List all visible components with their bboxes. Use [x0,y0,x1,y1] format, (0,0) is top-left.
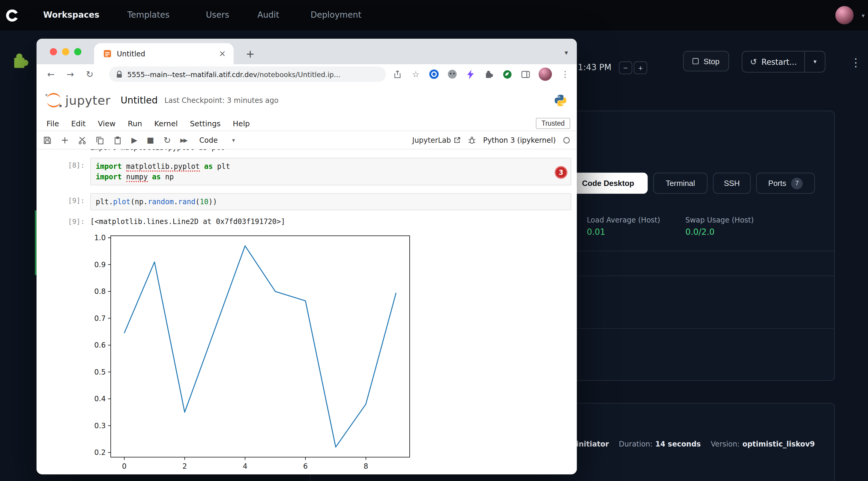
copy-cells-icon[interactable] [96,136,104,144]
svg-text:0.5: 0.5 [94,368,105,376]
save-icon[interactable] [43,136,52,144]
svg-text:0.8: 0.8 [94,287,105,296]
menu-help[interactable]: Help [233,119,250,128]
zoom-in-button[interactable]: + [634,62,647,74]
onepassword-extension-icon[interactable] [429,69,439,79]
url-domain: 5555--main--test--matifali.atif.cdr.dev [127,70,257,78]
trusted-button[interactable]: Trusted [536,118,570,129]
close-window-button[interactable] [50,48,57,56]
jupyter-logo-icon [44,92,63,108]
puzzle-extension-icon[interactable] [11,52,30,70]
extension-icon-green[interactable] [502,69,512,79]
restart-options-caret[interactable]: ▾ [804,52,825,72]
restart-split-button: ↺ Restart... ▾ [742,51,826,72]
cell-input[interactable]: import matplotlib.pyplot as pltimport nu… [90,158,571,185]
nav-templates[interactable]: Templates [127,10,170,20]
run-cell-icon[interactable]: ▶ [131,135,137,145]
ssh-button[interactable]: SSH [713,173,751,194]
jupyter-menubar: File Edit View Run Kernel Settings Help … [37,116,577,131]
stop-button[interactable]: Stop [683,51,729,71]
reload-icon[interactable]: ↻ [84,69,95,79]
lightning-extension-icon[interactable] [465,69,475,79]
interrupt-kernel-icon[interactable]: ■ [147,135,154,145]
svg-text:0.3: 0.3 [94,422,105,430]
menu-view[interactable]: View [98,119,116,128]
tab-search-chevron-icon[interactable]: ▾ [565,49,568,56]
svg-text:6: 6 [303,462,308,471]
output-text: [<matplotlib.lines.Line2D at 0x7fd03f191… [90,216,285,226]
menu-kernel[interactable]: Kernel [154,119,178,128]
svg-text:1.0: 1.0 [94,234,105,242]
external-link-icon [454,137,460,143]
browser-tab[interactable]: Untitled × [94,43,234,64]
ports-button[interactable]: Ports 7 [756,173,815,194]
code-cell-8: [8]: import matplotlib.pyplot as pltimpo… [37,158,577,185]
build-version: Version:optimistic_liskov9 [711,440,815,448]
menu-edit[interactable]: Edit [71,119,86,128]
back-icon[interactable]: ← [45,69,56,79]
cut-cells-icon[interactable] [78,136,87,144]
cell-output-row: [9]: [<matplotlib.lines.Line2D at 0x7fd0… [37,216,577,226]
svg-text:0.9: 0.9 [94,261,105,269]
url-path: /notebooks/Untitled.ip... [257,70,340,78]
chevron-down-icon[interactable]: ▾ [862,12,865,20]
line-chart: 0.20.30.40.50.60.70.80.91.002468 [83,230,421,474]
jupyter-wordmark: jupyter [65,93,111,107]
forward-icon[interactable]: → [65,69,76,79]
browser-profile-avatar[interactable] [539,67,552,81]
cell-input[interactable]: plt.plot(np.random.rand(10)) [90,193,571,210]
nav-deployment[interactable]: Deployment [310,10,361,20]
nav-audit[interactable]: Audit [257,10,279,20]
python-logo-icon [554,94,567,106]
coder-top-nav: Workspaces Templates Users Audit Deploym… [0,0,868,31]
notebook-title[interactable]: Untitled [121,95,158,106]
coder-logo-icon[interactable] [4,8,20,23]
kernel-name[interactable]: Python 3 (ipykernel) [483,136,556,144]
add-cell-icon[interactable]: + [61,134,69,146]
user-avatar[interactable] [835,6,854,24]
checkpoint-status: Last Checkpoint: 3 minutes ago [164,96,279,104]
matplotlib-figure: 0.20.30.40.50.60.70.80.91.002468 [83,230,577,474]
build-meta-row: Reason:initiator Duration:14 seconds Ver… [545,440,815,448]
extensions-puzzle-icon[interactable] [484,69,494,79]
zoom-out-button[interactable]: − [619,62,632,74]
menu-file[interactable]: File [46,119,59,128]
build-duration: Duration:14 seconds [619,440,701,448]
browser-menu-kebab-icon[interactable]: ⋮ [560,69,570,79]
jupyter-toolbar: + ▶ ■ ↻ ▶▶ Code ▾ JupyterLab [37,131,577,149]
url-bar[interactable]: 5555--main--test--matifali.atif.cdr.dev … [109,66,386,82]
run-all-cells-icon[interactable]: ▶▶ [180,137,187,143]
clipped-cell-fragment: import matplotlib.pyplot as plt [90,149,577,154]
debugger-bug-icon[interactable] [468,136,476,144]
bookmark-star-icon[interactable]: ☆ [411,69,421,79]
extension-icon-gray[interactable] [447,69,457,79]
terminal-button[interactable]: Terminal [653,173,708,194]
notification-badge[interactable]: 3 [555,166,567,179]
cell-type-select[interactable]: Code ▾ [199,136,235,144]
restart-kernel-icon[interactable]: ↻ [163,135,171,145]
browser-action-icons: ☆ ⋮ [393,67,570,81]
svg-text:0.4: 0.4 [94,395,105,403]
browser-titlebar: Untitled × + ▾ [37,39,577,64]
browser-toolbar: ← → ↻ 5555--main--test--matifali.atif.cd… [37,64,577,84]
restart-button[interactable]: ↺ Restart... [742,52,804,72]
tab-close-icon[interactable]: × [217,49,228,59]
paste-cells-icon[interactable] [114,136,122,144]
svg-text:0.2: 0.2 [94,448,105,457]
minimize-window-button[interactable] [62,48,69,56]
window-controls [50,48,81,56]
sidebar-toggle-icon[interactable] [520,69,530,79]
share-icon[interactable] [393,69,403,79]
cell-prompt: [8]: [37,158,90,185]
nav-users[interactable]: Users [206,10,229,20]
nav-workspaces[interactable]: Workspaces [43,10,99,20]
new-tab-button[interactable]: + [242,46,258,61]
tab-title: Untitled [117,50,217,58]
svg-text:0.6: 0.6 [94,341,105,349]
menu-run[interactable]: Run [128,119,142,128]
jupyterlab-link[interactable]: JupyterLab [412,136,460,144]
workspace-menu-kebab-icon[interactable]: ⋮ [846,54,866,71]
menu-settings[interactable]: Settings [190,119,220,128]
jupyter-favicon [103,49,112,58]
fullscreen-window-button[interactable] [74,48,81,56]
